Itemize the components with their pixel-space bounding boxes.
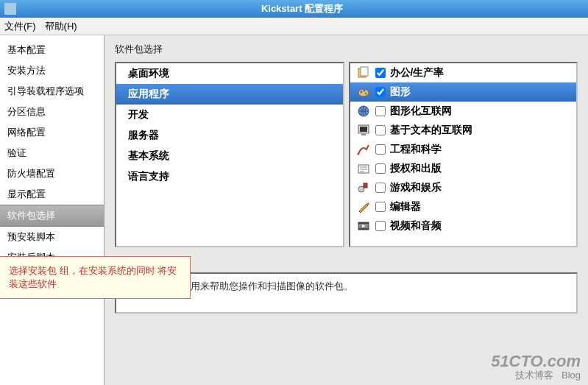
globe-icon xyxy=(356,104,371,119)
package-label-7: 编辑器 xyxy=(390,200,421,213)
package-row-2[interactable]: 图形化互联网 xyxy=(350,102,577,121)
package-label-5: 授权和出版 xyxy=(390,162,442,175)
svg-rect-18 xyxy=(358,222,369,224)
office-icon xyxy=(356,66,371,80)
package-list[interactable]: 办公/生产率图形图形化互联网基于文本的互联网工程和科学授权和出版游戏和娱乐编辑器… xyxy=(349,62,578,247)
package-row-4[interactable]: 工程和科学 xyxy=(350,140,577,159)
package-label-3: 基于文本的互联网 xyxy=(390,124,472,137)
package-checkbox-4[interactable] xyxy=(375,144,386,155)
page-title: 软件包选择 xyxy=(115,43,578,56)
package-checkbox-6[interactable] xyxy=(375,183,386,193)
category-item-1[interactable]: 应用程序 xyxy=(116,84,343,105)
svg-point-4 xyxy=(363,90,365,92)
sidebar-item-6[interactable]: 防火墙配置 xyxy=(0,163,104,184)
eng-icon xyxy=(356,142,371,157)
category-item-5[interactable]: 语言支持 xyxy=(116,166,343,187)
sidebar-item-0[interactable]: 基本配置 xyxy=(0,40,104,60)
menubar: 文件(F) 帮助(H) xyxy=(0,18,588,35)
sidebar-item-2[interactable]: 引导装载程序选项 xyxy=(0,81,104,102)
sidebar-item-8[interactable]: 软件包选择 xyxy=(0,205,104,227)
package-checkbox-8[interactable] xyxy=(375,221,386,231)
package-checkbox-1[interactable] xyxy=(375,87,386,97)
package-row-7[interactable]: 编辑器 xyxy=(350,197,577,216)
package-checkbox-0[interactable] xyxy=(375,68,386,78)
package-checkbox-7[interactable] xyxy=(375,202,386,212)
sidebar: 基本配置安装方法引导装载程序选项分区信息网络配置验证防火墙配置显示配置软件包选择… xyxy=(0,35,105,385)
category-item-2[interactable]: 开发 xyxy=(116,105,343,125)
content: 基本配置安装方法引导装载程序选项分区信息网络配置验证防火墙配置显示配置软件包选择… xyxy=(0,35,588,385)
watermark-site: 51CTO.com xyxy=(491,353,581,370)
text-net-icon xyxy=(356,123,371,138)
annotation-tip: 选择安装包 组，在安装系统的同时 将安装这些软件 xyxy=(0,256,191,299)
svg-rect-19 xyxy=(358,228,369,230)
package-row-8[interactable]: 视频和音频 xyxy=(350,216,577,236)
publish-icon xyxy=(356,161,371,176)
package-checkbox-3[interactable] xyxy=(375,125,386,135)
sidebar-item-9[interactable]: 预安装脚本 xyxy=(0,227,104,247)
sidebar-item-7[interactable]: 显示配置 xyxy=(0,184,104,205)
package-row-0[interactable]: 办公/生产率 xyxy=(350,63,577,82)
watermark: 51CTO.com 技术博客 Blog xyxy=(491,353,581,381)
svg-rect-16 xyxy=(364,183,367,188)
package-label-0: 办公/生产率 xyxy=(390,66,444,80)
games-icon xyxy=(356,180,371,195)
package-label-8: 视频和音频 xyxy=(390,219,442,233)
package-label-2: 图形化互联网 xyxy=(390,105,452,118)
window-title: Kickstart 配置程序 xyxy=(21,2,584,15)
category-item-4[interactable]: 基本系统 xyxy=(116,146,343,166)
menu-help[interactable]: 帮助(H) xyxy=(45,20,77,33)
category-item-3[interactable]: 服务器 xyxy=(116,125,343,146)
svg-point-3 xyxy=(360,91,362,93)
package-row-3[interactable]: 基于文本的互联网 xyxy=(350,121,577,140)
sidebar-item-4[interactable]: 网络配置 xyxy=(0,122,104,143)
package-row-6[interactable]: 游戏和娱乐 xyxy=(350,178,577,197)
window-titlebar: Kickstart 配置程序 xyxy=(0,0,588,18)
svg-point-10 xyxy=(357,153,359,155)
category-item-0[interactable]: 桌面环境 xyxy=(116,63,343,84)
sidebar-item-5[interactable]: 验证 xyxy=(0,143,104,163)
package-label-1: 图形 xyxy=(390,85,411,99)
menu-file[interactable]: 文件(F) xyxy=(4,20,36,33)
package-checkbox-2[interactable] xyxy=(375,106,386,116)
video-icon xyxy=(356,219,371,233)
sidebar-item-1[interactable]: 安装方法 xyxy=(0,60,104,81)
graphics-icon xyxy=(356,85,371,99)
package-row-1[interactable]: 图形 xyxy=(350,82,577,102)
package-checkbox-5[interactable] xyxy=(375,163,386,174)
svg-rect-1 xyxy=(361,67,368,76)
package-label-4: 工程和科学 xyxy=(390,143,442,156)
category-list[interactable]: 桌面环境应用程序开发服务器基本系统语言支持 xyxy=(115,62,344,247)
svg-rect-8 xyxy=(360,127,367,132)
app-icon xyxy=(4,3,16,15)
svg-rect-9 xyxy=(361,134,366,135)
editor-icon xyxy=(356,199,371,214)
package-label-6: 游戏和娱乐 xyxy=(390,181,442,194)
sidebar-item-3[interactable]: 分区信息 xyxy=(0,102,104,122)
main-panel: 软件包选择 桌面环境应用程序开发服务器基本系统语言支持 办公/生产率图形图形化互… xyxy=(105,35,588,385)
svg-point-5 xyxy=(364,93,366,95)
package-row-5[interactable]: 授权和出版 xyxy=(350,159,577,178)
